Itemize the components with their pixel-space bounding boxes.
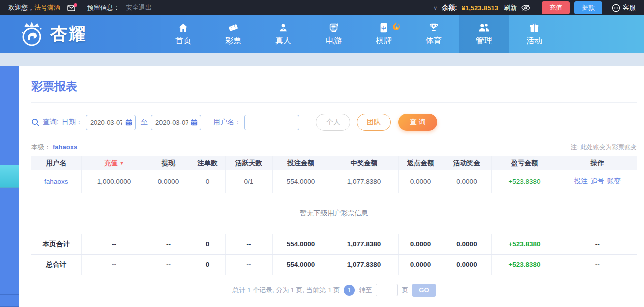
refresh-link[interactable]: 刷新 [504, 3, 517, 12]
cell-bet-count: 0 [190, 170, 225, 193]
cell-profit: +523.8380 [491, 170, 558, 193]
divider [31, 102, 637, 103]
level-label: 本级： [31, 143, 51, 152]
total-cell: 0.0000 [443, 234, 491, 254]
nav-item-egames[interactable]: 电游 [308, 15, 359, 53]
total-cell: -- [558, 254, 637, 275]
nav-item-live[interactable]: 真人 [258, 15, 308, 53]
customer-service-button[interactable]: 客服 [612, 3, 636, 12]
total-cell: 0.0000 [398, 234, 443, 254]
sidebar-item-1[interactable] [0, 66, 19, 116]
eye-slash-icon[interactable] [521, 4, 530, 11]
sidebar-item-active[interactable] [0, 165, 19, 188]
sidebar-item-2[interactable] [0, 116, 19, 141]
total-cell: 554.0000 [272, 234, 330, 254]
nav-item-boardgames[interactable]: 中 棋牌 [359, 15, 409, 53]
nav-item-manage[interactable]: 管理 [459, 15, 509, 53]
top-bar: 欢迎您，法号潇洒 预留信息： 安全退出 ∨ 余额: ¥1,523.8513 刷新… [0, 0, 644, 15]
ticket-icon [228, 22, 239, 33]
sidebar-item-5[interactable] [0, 295, 19, 307]
logout-link[interactable]: 安全退出 [126, 3, 152, 12]
level-username-link[interactable]: fahaoxs [53, 143, 77, 151]
logo-crown-emblem-icon [17, 20, 46, 48]
cell-bet-amount: 554.0000 [272, 170, 330, 193]
reserved-info-label: 预留信息： [87, 3, 120, 12]
page-background-band [0, 53, 644, 66]
team-icon [478, 22, 490, 33]
table-note: 注: 此处账变为彩票账变 [571, 143, 637, 152]
grand-total-row: 总合计 -- -- 0 -- 554.0000 1,077.8380 0.000… [31, 254, 637, 275]
date-label: 日期： [62, 118, 83, 127]
nav-item-sports[interactable]: 体育 [409, 15, 459, 53]
nav-menu: 首页 彩票 真人 电游 中 棋牌 体育 管理 活动 [158, 15, 559, 53]
pagination: 总计 1 个记录, 分为 1 页, 当前第 1 页 1 转至 页 GO [31, 284, 637, 297]
username-input[interactable] [244, 115, 299, 130]
content-card: 彩票报表 查询: 日期： 至 用户名： 个人 团队 查 询 [19, 66, 644, 307]
balance-caret-icon[interactable]: ∨ [433, 5, 437, 11]
site-logo[interactable]: 杏耀 [17, 20, 87, 48]
table-row: fahaoxs 1,000.0000 0.0000 0 0/1 554.0000… [31, 170, 637, 193]
go-button[interactable]: GO [412, 284, 435, 297]
nav-item-activity[interactable]: 活动 [509, 15, 559, 53]
cell-deposit: 1,000.0000 [81, 170, 147, 193]
total-cell: 0.0000 [443, 254, 491, 275]
col-win-amount: 中奖金额 [330, 156, 398, 170]
search-toolbar: 查询: 日期： 至 用户名： 个人 团队 查 询 [31, 114, 637, 131]
total-cell: -- [558, 234, 637, 254]
deposit-button[interactable]: 充值 [542, 1, 570, 14]
nav-item-lottery[interactable]: 彩票 [208, 15, 258, 53]
main-nav: 杏耀 首页 彩票 真人 电游 中 棋牌 体育 管理 [0, 15, 644, 53]
empty-message: 暂无下级用户彩票信息 [31, 193, 637, 234]
withdraw-button[interactable]: 提款 [574, 1, 602, 14]
col-rebate: 返点金额 [398, 156, 443, 170]
svg-text:中: 中 [381, 26, 386, 31]
total-cell: 0 [190, 234, 225, 254]
col-operations: 操作 [558, 156, 637, 170]
collapsed-sidebar [0, 66, 19, 307]
sidebar-item-3[interactable] [0, 141, 19, 165]
nav-item-home[interactable]: 首页 [158, 15, 208, 53]
team-filter-button[interactable]: 团队 [357, 114, 391, 131]
chase-link[interactable]: 追号 [591, 177, 604, 185]
account-change-link[interactable]: 账变 [607, 177, 621, 185]
search-button[interactable]: 查 询 [398, 114, 437, 131]
balance-value: ¥1,523.8513 [462, 4, 498, 12]
total-profit-cell: +523.8380 [491, 234, 558, 254]
cell-withdraw: 0.0000 [147, 170, 190, 193]
total-cell: 1,077.8380 [330, 254, 398, 275]
date-to-label: 至 [141, 118, 148, 127]
notification-dot [74, 3, 77, 7]
cell-rebate: 0.0000 [398, 170, 443, 193]
welcome-text: 欢迎您，法号潇洒 [8, 3, 60, 12]
sidebar-item-4[interactable] [0, 188, 19, 295]
cell-activity-bonus: 0.0000 [443, 170, 491, 193]
col-bet-count: 注单数 [190, 156, 225, 170]
pagination-summary: 总计 1 个记录, 分为 1 页, 当前第 1 页 [232, 286, 340, 295]
search-icon [31, 118, 40, 127]
total-cell: 0 [190, 254, 225, 275]
page-number-button[interactable]: 1 [344, 285, 355, 296]
cell-win-amount: 1,077.8380 [330, 170, 398, 193]
date-from-input[interactable] [86, 115, 136, 130]
personal-filter-button[interactable]: 个人 [316, 114, 350, 131]
person-icon [278, 22, 289, 33]
total-cell: -- [225, 234, 272, 254]
hot-flame-icon [393, 22, 400, 30]
chat-icon [612, 4, 620, 12]
col-deposit-sortable[interactable]: 充值 ▼ [81, 156, 147, 170]
date-to-input[interactable] [151, 115, 201, 130]
gift-icon [529, 22, 540, 33]
total-cell: -- [147, 234, 190, 254]
col-active-days: 活跃天数 [225, 156, 272, 170]
cell-username-link[interactable]: fahaoxs [31, 170, 81, 193]
bet-link[interactable]: 投注 [574, 177, 588, 185]
page-unit-label: 页 [402, 286, 408, 295]
goto-page-input[interactable] [376, 284, 398, 296]
col-username: 用户名 [31, 156, 81, 170]
total-cell: 1,077.8380 [330, 234, 398, 254]
logo-text: 杏耀 [50, 23, 87, 46]
mail-icon[interactable] [67, 5, 75, 11]
total-cell: -- [225, 254, 272, 275]
grand-total-label: 总合计 [31, 254, 81, 275]
col-profit: 盈亏金额 [491, 156, 558, 170]
